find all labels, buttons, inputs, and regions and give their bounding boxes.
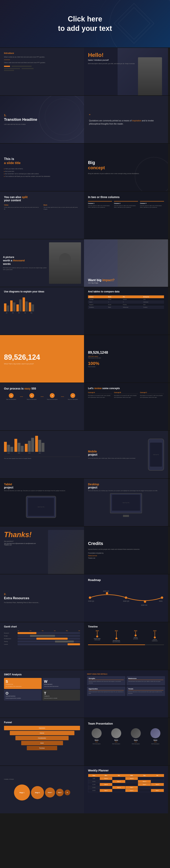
review-col-2: Concept B Description of concept B with …: [114, 392, 138, 398]
step-icon-4: 4: [70, 393, 75, 398]
chart-group-2: 2019: [14, 439, 24, 454]
swot-threats: T THREATS External threats to consider: [42, 690, 80, 701]
column-2-title: Column 2: [114, 203, 138, 204]
planner-cell: [151, 780, 164, 783]
two-three-columns-slide: In two or three columns Column 1 Use thi…: [84, 191, 168, 239]
team-role-4: Role: [147, 741, 164, 742]
timeline-date-2: 2021: [107, 630, 126, 631]
charts-desc: You can insert graphs from Excel or Goog…: [4, 458, 80, 459]
bar-5b: [32, 304, 34, 311]
row-6: Use diagrams to explain your ideas: [0, 287, 170, 335]
bar-label-feb: Feb: [10, 312, 15, 313]
review-col-2-title: Concept B: [114, 392, 138, 394]
stats-number1: 89,526,1248: [88, 350, 164, 355]
comparison-table: Feature Basic Pro Enterprise Storage 10G…: [88, 296, 164, 309]
roadmap-path-svg: 2020 Q1 2020 Q2 2020 Q3 2020 Q4 2021: [88, 586, 164, 606]
planner-time: 10:00: [88, 780, 100, 783]
review-col-2-text: Description of concept B with some detai…: [114, 395, 138, 398]
planner-row: 13:00 Task J Task K Task L: [88, 789, 164, 792]
timeline-date-3: 2022: [126, 630, 145, 631]
circle-2: Stage 2: [31, 786, 44, 799]
column-2: Column 2 Use this space to add a lot of …: [114, 201, 138, 208]
team-role-1: Role: [88, 741, 105, 742]
svg-point-4: [106, 592, 108, 594]
desktop-title: Desktopproject: [88, 483, 164, 489]
table-row: Storage 10GB 100GB 1TB: [88, 298, 164, 301]
tablet-screen-text: Add Your Pic: [38, 506, 44, 507]
introduce-title: Introduce: [4, 52, 80, 54]
team-desc-2: Brief description: [108, 743, 125, 745]
swot-detail-w: Weaknesses Internal factors that detract…: [127, 676, 165, 685]
review-col-1-text: Description of concept A with some detai…: [88, 395, 112, 398]
diagrams-slide: Use diagrams to explain your ideas: [0, 287, 84, 335]
svg-text:2021: 2021: [159, 600, 163, 602]
row-4: You can also splityour content Yellow In…: [0, 191, 170, 239]
svg-point-7: [161, 596, 163, 599]
swot-detail-s-text: Internal positive attributes and resourc…: [89, 681, 124, 684]
row-2: 1. Transition Headline Let's start with …: [0, 96, 170, 143]
desktop-device: Add Your Pic: [110, 493, 142, 513]
planner-time: 11:00: [88, 783, 100, 786]
chart-bar: [18, 443, 21, 452]
roadmap-title: Roadmap: [88, 579, 164, 582]
planner-cell: [151, 777, 164, 780]
split-title: You can also splityour content: [4, 195, 80, 202]
planner-cell: Task D: [138, 780, 151, 783]
bar-3a: [16, 304, 19, 311]
table-cell: 10GB: [107, 298, 122, 301]
process-steps: 1 Step one description 2 Step two descri…: [4, 393, 80, 400]
svg-text:2020 Q3: 2020 Q3: [123, 600, 129, 602]
review-col-1-title: Concept A: [88, 392, 112, 394]
extra-resources-slide: 2. Extra Resources For Business Plans, M…: [0, 575, 84, 622]
gantt-row-5: Launch: [4, 643, 80, 645]
thanks-questions: Any questions?: [4, 540, 80, 542]
planner-cell: [112, 783, 125, 786]
row-14: SWOT Analysis S STRENGTHS Key strengths …: [0, 670, 170, 718]
gantt-bar-4: [18, 641, 80, 643]
bullet-3: But remember not to overload your slides…: [4, 173, 80, 175]
connector-2: [41, 393, 44, 400]
step-text-3: Step three description: [45, 399, 60, 400]
table-row: Users 1 5 Unlimited: [88, 301, 164, 303]
process-step-4: 4 Step four description: [66, 393, 80, 400]
team-desc-4: Brief description: [147, 743, 164, 745]
bar-label-may: May: [29, 312, 34, 313]
planner-header-tue: Tue: [112, 774, 125, 777]
swot-detail-w-text: Internal factors that detract from your …: [128, 681, 163, 682]
swot-detail-t: Threats External elements in the environ…: [127, 687, 165, 696]
bar-4a: [23, 298, 25, 311]
row-11: Thanks! Any questions? You can find me a…: [0, 527, 170, 574]
swot-weaknesses: W WEAKNESSES Areas that need improvement: [42, 678, 80, 689]
row-15: Funnel Awareness Interest Consideration …: [0, 718, 170, 766]
stats-label1: 185,244 users: [88, 355, 164, 357]
gantt-row-3: Development: [4, 638, 80, 640]
gantt-label-3: Development: [4, 638, 16, 639]
impact-title: Want big impact?: [88, 278, 114, 282]
timeline-dot-1: [96, 636, 98, 638]
chart-bar: [14, 439, 17, 452]
svg-text:2020 Q2: 2020 Q2: [103, 590, 109, 592]
mobile-title: Mobileproject: [88, 450, 145, 456]
table-cell: Storage: [88, 298, 107, 301]
timeline-progress: [88, 645, 164, 645]
process-accent: easy: [24, 387, 31, 390]
process-slide: Our process is easy 555 1 Step one descr…: [0, 383, 84, 430]
split-col-1: Yellow In this slide we are and here mor…: [4, 204, 41, 210]
planner-cell: Task A: [100, 777, 112, 780]
split-col-2-title: Black: [44, 204, 80, 206]
resources-number: 2.: [4, 593, 80, 596]
slide-title-accent: a slide title: [4, 161, 21, 165]
table-row: Support Email Priority 24/7: [88, 303, 164, 306]
bar-2b: [13, 302, 15, 311]
timeline-desc-1: Initial phase: [88, 639, 106, 641]
planner-time: 13:00: [88, 789, 100, 792]
column-1-title: Column 1: [88, 203, 112, 204]
step-text-1: Step one description: [4, 399, 19, 400]
split-col-1-title: Yellow: [4, 204, 41, 206]
table-cell: 24/7: [142, 303, 164, 306]
mobile-screen: Add Your Pic: [150, 443, 162, 467]
team-name-4: Name: [147, 739, 164, 741]
charts-slide: 2018 2019 2020: [0, 431, 84, 478]
swot-s-letter: S: [6, 680, 40, 684]
planner-cell: [138, 777, 151, 780]
